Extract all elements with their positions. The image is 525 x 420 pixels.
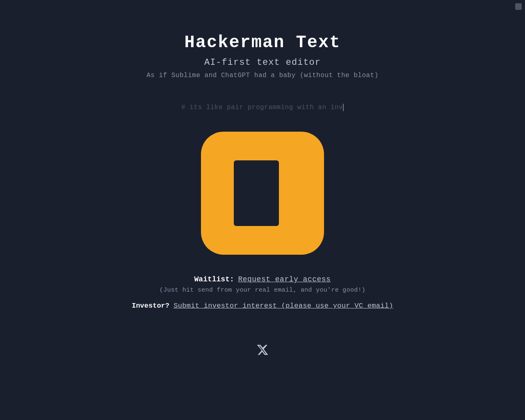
investor-link[interactable]: Submit investor interest (please use you… [173, 302, 393, 310]
app-icon-container [201, 132, 324, 255]
editor-preview: # its like pair programming with an inv [181, 104, 344, 111]
app-subtitle: AI-first text editor [146, 57, 379, 68]
social-section [255, 342, 270, 357]
editor-preview-text: # its like pair programming with an inv [181, 104, 343, 111]
investor-label: Investor? [132, 302, 169, 310]
app-tagline: As if Sublime and ChatGPT had a baby (wi… [146, 72, 379, 79]
waitlist-hint: (Just hit send from your real email, and… [160, 287, 365, 294]
corner-indicator [515, 3, 522, 10]
app-title: Hackerman Text [146, 33, 379, 52]
cursor-icon [343, 104, 344, 111]
header: Hackerman Text AI-first text editor As i… [146, 33, 379, 79]
x-twitter-icon[interactable] [255, 342, 270, 357]
waitlist-label: Waitlist: [194, 275, 234, 283]
investor-section: Investor? Submit investor interest (plea… [132, 302, 393, 310]
waitlist-link[interactable]: Request early access [238, 275, 331, 283]
waitlist-row: Waitlist: Request early access [160, 275, 365, 283]
waitlist-section: Waitlist: Request early access (Just hit… [160, 275, 365, 294]
app-icon [201, 132, 324, 255]
app-icon-inner-shape [234, 160, 279, 226]
